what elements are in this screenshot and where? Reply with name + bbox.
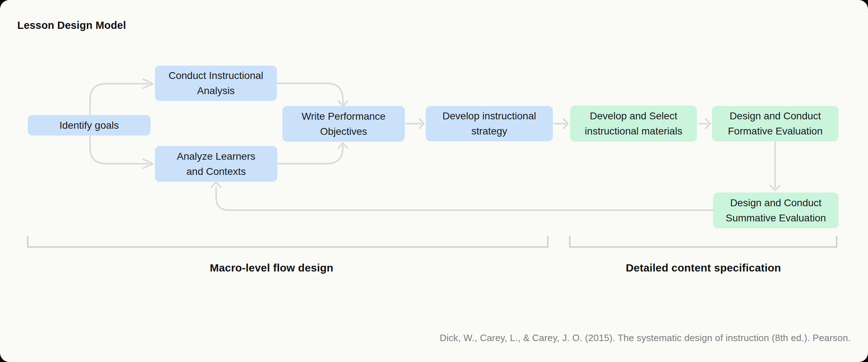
node-identify-goals: Identify goals: [28, 115, 151, 136]
node-write-performance-objectives: Write Performance Objectives: [282, 106, 405, 142]
connector-layer: [0, 0, 868, 362]
group-label-macro-level-flow-design: Macro-level flow design: [210, 262, 333, 274]
bracket-macro-level: [28, 236, 548, 247]
arrow-conduct-to-write: [277, 83, 348, 106]
arrow-materials-to-formative: [699, 119, 710, 128]
node-conduct-instructional-analysis: Conduct Instructional Analysis: [155, 66, 277, 101]
node-develop-instructional-strategy: Develop instructional strategy: [426, 106, 553, 141]
node-design-conduct-summative-evaluation: Design and Conduct Summative Evaluation: [713, 193, 838, 228]
arrow-identify-to-analyze: [90, 136, 153, 168]
arrow-write-to-strategy: [406, 119, 424, 128]
arrow-identify-to-conduct: [90, 79, 153, 115]
node-design-conduct-formative-evaluation: Design and Conduct Formative Evaluation: [712, 106, 838, 141]
arrow-summative-feedback-to-analyze: [211, 182, 713, 210]
citation-text: Dick, W., Carey, L., & Carey, J. O. (201…: [440, 332, 851, 344]
arrow-formative-to-summative: [770, 142, 780, 190]
group-label-detailed-content-specification: Detailed content specification: [626, 262, 781, 274]
bracket-detailed-content: [570, 236, 837, 247]
lesson-design-model-diagram: Lesson Design Model Identify goals Condu…: [0, 0, 868, 362]
node-develop-select-instructional-materials: Develop and Select instructional materia…: [570, 106, 697, 142]
arrow-strategy-to-materials: [554, 119, 568, 128]
arrow-analyze-to-write: [277, 143, 348, 164]
node-analyze-learners-and-contexts: Analyze Learners and Contexts: [155, 146, 277, 182]
